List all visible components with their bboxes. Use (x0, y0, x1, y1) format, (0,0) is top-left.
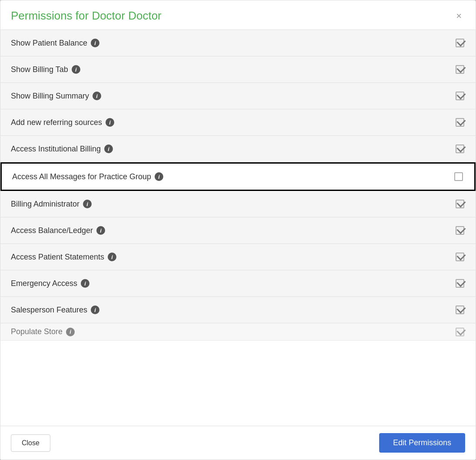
modal-header: Permissions for Doctor Doctor × (0, 0, 476, 30)
permission-label: Access Institutional Billing i (11, 145, 113, 154)
close-button[interactable]: Close (11, 434, 50, 452)
permission-label: Add new referring sources i (11, 118, 114, 127)
checkbox-checked-icon (456, 253, 464, 261)
checkbox-unchecked-icon (454, 172, 463, 181)
checkbox-emergency-access[interactable] (455, 278, 465, 289)
edit-permissions-button[interactable]: Edit Permissions (379, 433, 465, 453)
permission-row-populate-store: Populate Store i (0, 323, 476, 341)
permission-label: Show Patient Balance i (11, 39, 99, 48)
permission-row-salesperson-features: Salesperson Features i (0, 297, 476, 323)
checkbox-checked-icon (456, 279, 464, 288)
checkbox-populate-store[interactable] (455, 327, 465, 337)
checkbox-checked-icon (456, 39, 464, 47)
checkbox-salesperson-features[interactable] (455, 305, 465, 315)
permission-label: Billing Administrator i (11, 200, 92, 209)
permission-row-emergency-access: Emergency Access i (0, 270, 476, 297)
permission-label: Show Billing Tab i (11, 65, 80, 74)
checkbox-checked-icon (456, 145, 464, 153)
modal-body: Show Patient Balance i Show Billing Tab … (0, 30, 476, 426)
modal-footer: Close Edit Permissions (0, 426, 476, 460)
info-icon[interactable]: i (106, 118, 114, 127)
info-icon[interactable]: i (108, 253, 116, 261)
checkbox-billing-administrator[interactable] (455, 199, 465, 209)
checkbox-access-all-messages[interactable] (453, 171, 464, 182)
info-icon[interactable]: i (91, 39, 99, 47)
permission-label: Emergency Access i (11, 279, 89, 288)
checkbox-show-billing-tab[interactable] (455, 64, 465, 75)
checkbox-access-institutional-billing[interactable] (455, 144, 465, 154)
permission-row-add-referring-sources: Add new referring sources i (0, 109, 476, 136)
info-icon[interactable]: i (96, 226, 105, 235)
checkbox-checked-icon (456, 306, 464, 314)
checkbox-show-billing-summary[interactable] (455, 91, 465, 101)
permission-row-billing-administrator: Billing Administrator i (0, 191, 476, 217)
permission-label: Salesperson Features i (11, 306, 99, 315)
permission-row-access-balance-ledger: Access Balance/Ledger i (0, 217, 476, 244)
checkbox-access-balance-ledger[interactable] (455, 225, 465, 236)
permission-row-show-billing-summary: Show Billing Summary i (0, 83, 476, 109)
info-icon[interactable]: i (104, 145, 113, 153)
permission-row-show-billing-tab: Show Billing Tab i (0, 56, 476, 83)
permissions-modal: Permissions for Doctor Doctor × Show Pat… (0, 0, 476, 460)
info-icon[interactable]: i (81, 279, 89, 288)
permission-row-access-patient-statements: Access Patient Statements i (0, 244, 476, 270)
permission-label: Access Patient Statements i (11, 253, 116, 262)
info-icon[interactable]: i (93, 92, 101, 100)
permission-row-access-institutional-billing: Access Institutional Billing i (0, 136, 476, 162)
checkbox-checked-icon (456, 226, 464, 235)
checkbox-access-patient-statements[interactable] (455, 252, 465, 262)
permission-label: Access Balance/Ledger i (11, 226, 105, 235)
checkbox-add-referring-sources[interactable] (455, 117, 465, 128)
permission-label: Populate Store i (11, 327, 75, 336)
info-icon[interactable]: i (72, 65, 80, 74)
info-icon[interactable]: i (83, 200, 92, 208)
permission-row-show-patient-balance: Show Patient Balance i (0, 30, 476, 56)
checkbox-checked-icon (456, 328, 464, 336)
modal-title: Permissions for Doctor Doctor (11, 9, 162, 23)
info-icon[interactable]: i (66, 328, 75, 336)
permission-label: Access All Messages for Practice Group i (12, 172, 163, 181)
checkbox-checked-icon (456, 92, 464, 100)
info-icon[interactable]: i (91, 306, 99, 314)
permission-label: Show Billing Summary i (11, 92, 101, 101)
checkbox-checked-icon (456, 118, 464, 127)
checkbox-show-patient-balance[interactable] (455, 38, 465, 48)
close-x-button[interactable]: × (453, 10, 465, 23)
checkbox-checked-icon (456, 200, 464, 208)
permission-row-access-all-messages: Access All Messages for Practice Group i (0, 162, 476, 191)
checkbox-checked-icon (456, 65, 464, 74)
info-icon[interactable]: i (155, 172, 163, 181)
